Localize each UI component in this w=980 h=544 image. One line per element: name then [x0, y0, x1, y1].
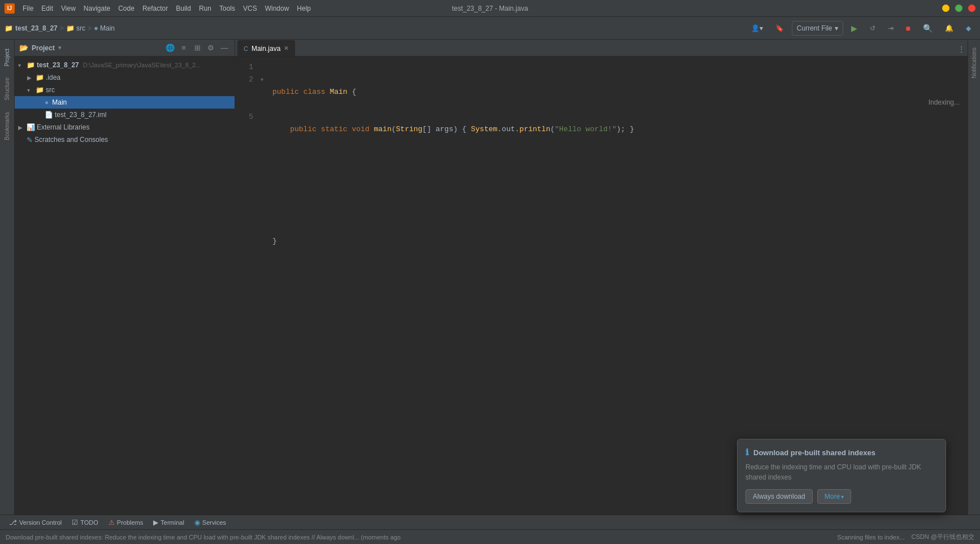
- bottom-tab-todo[interactable]: ☑ TODO: [67, 516, 103, 529]
- bottom-tab-version-control[interactable]: ⎇ Version Control: [5, 516, 66, 529]
- menu-file[interactable]: File: [19, 3, 37, 14]
- notification-actions: Always download More ▾: [745, 489, 938, 504]
- fold-btn-2[interactable]: ▾: [258, 74, 266, 86]
- menu-refactor[interactable]: Refactor: [139, 3, 171, 14]
- tree-item-root[interactable]: ▾ 📁 test_23_8_27 D:\JavaSE_primary\JavaS…: [15, 59, 235, 71]
- breadcrumb-project[interactable]: 📁 test_23_8_27: [5, 24, 58, 32]
- panel-action-globe[interactable]: 🌐: [164, 42, 176, 54]
- menu-bar: File Edit View Navigate Code Refactor Bu…: [19, 3, 314, 14]
- tree-label-iml: test_23_8_27.iml: [55, 111, 106, 119]
- tree-item-iml[interactable]: 📄 test_23_8_27.iml: [15, 109, 235, 121]
- menu-view[interactable]: View: [58, 3, 79, 14]
- bookmark-button[interactable]: 🔖: [771, 21, 788, 36]
- services-icon: ◉: [194, 519, 200, 526]
- tree-arrow-idea: ▶: [27, 75, 34, 81]
- rerun-button[interactable]: ↺: [865, 21, 880, 36]
- menu-vcs[interactable]: VCS: [240, 3, 261, 14]
- close-button[interactable]: [968, 5, 975, 12]
- menu-edit[interactable]: Edit: [38, 3, 57, 14]
- notification-body: Reduce the indexing time and CPU load wi…: [745, 462, 938, 482]
- more-chevron-icon: ▾: [841, 494, 844, 500]
- breadcrumb-src[interactable]: 📁 src: [66, 24, 85, 32]
- breadcrumb-main[interactable]: ● Main: [94, 24, 115, 32]
- project-panel-title: Project: [32, 44, 55, 52]
- tree-item-src[interactable]: ▾ 📁 src: [15, 84, 235, 96]
- bottom-tab-services[interactable]: ◉ Services: [190, 516, 231, 529]
- panel-action-list[interactable]: ≡: [178, 42, 189, 54]
- bottom-tab-problems[interactable]: ⚠ Problems: [104, 516, 148, 529]
- menu-navigate[interactable]: Navigate: [80, 3, 114, 14]
- panel-action-collapse[interactable]: ⊞: [192, 42, 203, 54]
- current-file-selector[interactable]: Current File ▾: [792, 21, 843, 36]
- menu-tools[interactable]: Tools: [216, 3, 239, 14]
- tabs-menu-button[interactable]: ⋮: [957, 45, 965, 54]
- step-button[interactable]: ⇥: [883, 21, 898, 36]
- todo-icon: ☑: [72, 519, 78, 526]
- panel-action-minimize[interactable]: —: [219, 42, 230, 54]
- code-line-5: }: [272, 235, 961, 248]
- fold-btn-1[interactable]: [258, 61, 266, 74]
- status-bar: Download pre-built shared indexes: Reduc…: [0, 529, 980, 544]
- breadcrumb: 📁 test_23_8_27 > 📁 src > ● Main: [5, 24, 115, 32]
- bottom-tab-terminal[interactable]: ▶ Terminal: [149, 516, 189, 529]
- tree-path-root: D:\JavaSE_primary\JavaSE\test_23_8_2...: [83, 62, 201, 68]
- project-panel: 📂 Project ▾ 🌐 ≡ ⊞ ⚙ — ▾ 📁 test_23_8_27 D…: [15, 40, 235, 515]
- sidebar-item-bookmarks[interactable]: Bookmarks: [2, 107, 12, 145]
- more-button[interactable]: More ▾: [817, 489, 851, 504]
- line-num-2: 2: [235, 74, 253, 86]
- tree-item-extlibs[interactable]: ▶ 📊 External Libraries: [15, 121, 235, 133]
- minimize-button[interactable]: [942, 5, 949, 12]
- project-panel-header: 📂 Project ▾ 🌐 ≡ ⊞ ⚙ —: [15, 40, 235, 57]
- notifications-sidebar: Notifications: [968, 40, 980, 515]
- problems-icon: ⚠: [109, 519, 115, 526]
- run-button[interactable]: ▶: [847, 21, 862, 36]
- notifications-label[interactable]: Notifications: [969, 44, 979, 81]
- tree-item-main[interactable]: ● Main: [15, 96, 235, 109]
- sidebar-item-structure[interactable]: Structure: [2, 73, 12, 105]
- left-sidebar-strip: Project Structure Bookmarks: [0, 40, 15, 515]
- menu-code[interactable]: Code: [115, 3, 138, 14]
- notification-title: Download pre-built shared indexes: [753, 448, 875, 457]
- maximize-button[interactable]: [955, 5, 962, 12]
- menu-help[interactable]: Help: [293, 3, 314, 14]
- always-download-button[interactable]: Always download: [745, 489, 813, 504]
- version-control-label: Version Control: [19, 519, 62, 526]
- title-bar: IJ File Edit View Navigate Code Refactor…: [0, 0, 980, 17]
- tree-label-extlibs: External Libraries: [37, 123, 89, 131]
- line-num-1: 1: [235, 61, 253, 74]
- tree-arrow-extlibs: ▶: [18, 124, 25, 131]
- file-icon-iml: 📄: [45, 111, 53, 119]
- alert-button[interactable]: 🔔: [940, 21, 958, 36]
- folder-icon-idea: 📁: [36, 74, 44, 81]
- editor-tabs: C Main.java ✕ ⋮: [235, 40, 968, 57]
- scratch-icon: ✎: [27, 136, 33, 144]
- tree-item-scratches[interactable]: ✎ Scratches and Consoles: [15, 133, 235, 146]
- tree-label-main: Main: [52, 98, 67, 106]
- code-line-blank2: [272, 198, 961, 210]
- editor-tab-main[interactable]: C Main.java ✕: [237, 40, 295, 56]
- search-button[interactable]: 🔍: [918, 21, 937, 36]
- menu-run[interactable]: Run: [196, 3, 215, 14]
- app-icon: IJ: [5, 3, 15, 14]
- tree-arrow-src: ▾: [27, 87, 34, 93]
- status-scanning-text: Scanning files to index...: [837, 534, 904, 541]
- editor-tabs-right: ⋮: [957, 45, 965, 56]
- tab-label-main: Main.java: [251, 45, 280, 53]
- breadcrumb-sep2: >: [88, 24, 92, 32]
- tab-close-main[interactable]: ✕: [284, 45, 289, 52]
- menu-window[interactable]: Window: [262, 3, 293, 14]
- window-controls: [942, 5, 975, 12]
- stop-button[interactable]: ■: [901, 21, 915, 36]
- breadcrumb-sep1: >: [60, 24, 64, 32]
- tree-item-idea[interactable]: ▶ 📁 .idea: [15, 71, 235, 84]
- project-tree: ▾ 📁 test_23_8_27 D:\JavaSE_primary\JavaS…: [15, 57, 235, 515]
- tree-label-root: test_23_8_27: [37, 61, 79, 69]
- project-panel-dropdown[interactable]: ▾: [58, 44, 62, 51]
- current-file-label: Current File: [797, 24, 832, 32]
- panel-action-settings[interactable]: ⚙: [205, 42, 216, 54]
- sidebar-item-project[interactable]: Project: [2, 44, 12, 71]
- chevron-down-icon: ▾: [835, 24, 838, 32]
- menu-build[interactable]: Build: [172, 3, 194, 14]
- logo-button[interactable]: ◆: [961, 21, 975, 36]
- profile-button[interactable]: 👤▾: [747, 21, 767, 36]
